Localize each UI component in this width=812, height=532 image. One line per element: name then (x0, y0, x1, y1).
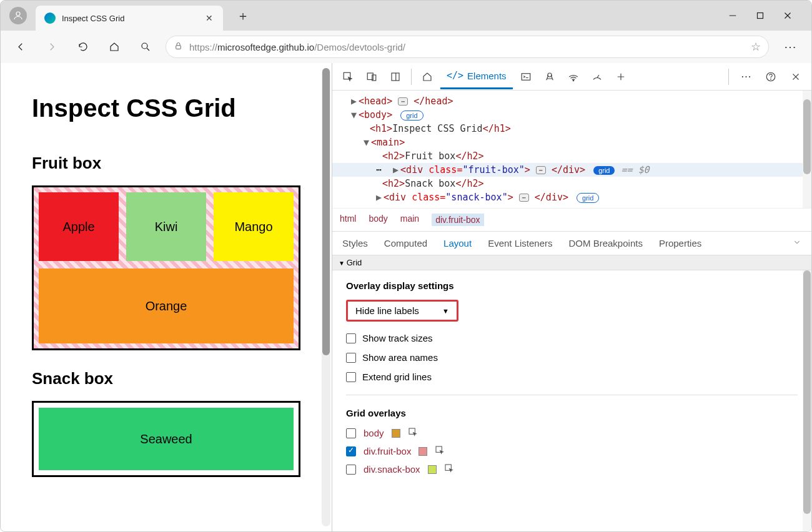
tab-close-icon[interactable]: ✕ (204, 13, 214, 23)
breadcrumb-fruit-box[interactable]: div.fruit-box (432, 214, 483, 226)
overlay-checkbox[interactable] (346, 428, 356, 438)
svg-point-0 (16, 12, 20, 16)
browser-tab[interactable]: Inspect CSS Grid ✕ (36, 6, 223, 31)
dom-scrollbar[interactable] (803, 91, 811, 208)
maximize-button[interactable] (754, 9, 766, 22)
help-icon[interactable] (760, 66, 781, 87)
grid-section-header[interactable]: Grid (332, 255, 811, 270)
overlay-checkbox[interactable] (346, 446, 356, 456)
expand-panel-icon[interactable] (793, 238, 801, 249)
tab-event-listeners[interactable]: Event Listeners (488, 238, 552, 249)
url-protocol: https:// (189, 42, 217, 52)
performance-tab-icon[interactable] (587, 66, 608, 87)
back-button[interactable] (9, 36, 32, 58)
svg-rect-11 (392, 73, 399, 81)
dom-tree[interactable]: ▶<head> ⋯ </head> ▼<body> grid <h1>Inspe… (332, 91, 811, 208)
cell-kiwi: Kiwi (126, 192, 206, 261)
checkbox-extend-lines (346, 372, 356, 382)
reveal-in-elements-icon[interactable] (444, 463, 454, 475)
page-scrollbar[interactable] (322, 68, 330, 526)
cell-apple: Apple (39, 192, 119, 261)
tab-title: Inspect CSS Grid (62, 14, 198, 23)
breadcrumb-html[interactable]: html (340, 214, 356, 226)
network-tab-icon[interactable] (563, 66, 584, 87)
search-button[interactable] (134, 36, 157, 58)
favorite-icon[interactable]: ☆ (751, 40, 761, 54)
window-close-button[interactable] (781, 9, 794, 22)
tab-properties[interactable]: Properties (659, 238, 701, 249)
lock-icon (174, 41, 183, 52)
svg-point-15 (573, 80, 574, 81)
minimize-button[interactable] (726, 9, 739, 22)
home-button[interactable] (103, 36, 126, 58)
svg-point-5 (142, 43, 147, 49)
welcome-tab-icon[interactable] (417, 66, 438, 87)
overlay-row-body[interactable]: body (346, 427, 798, 439)
overlay-selector: body (364, 428, 384, 438)
console-tab-icon[interactable] (515, 66, 537, 87)
new-tab-button[interactable]: ＋ (232, 4, 254, 27)
refresh-button[interactable] (72, 36, 94, 58)
sources-tab-icon[interactable] (539, 66, 560, 87)
overlay-color-swatch[interactable] (428, 465, 437, 474)
layout-panel-body: Overlay display settings Hide line label… (332, 270, 811, 531)
breadcrumb-body[interactable]: body (369, 214, 387, 226)
snack-box-grid: Seaweed (32, 401, 300, 477)
reveal-in-elements-icon[interactable] (435, 445, 445, 457)
overlay-checkbox[interactable] (346, 465, 356, 475)
devtools-tabbar: </>Elements ⋯ (332, 63, 811, 91)
reveal-in-elements-icon[interactable] (408, 427, 418, 439)
inspect-element-icon[interactable] (337, 66, 359, 87)
section-fruit-heading: Fruit box (32, 154, 300, 173)
devtools-close-icon[interactable] (785, 66, 806, 87)
devtools-more-icon[interactable]: ⋯ (735, 66, 756, 87)
window-controls (726, 9, 811, 22)
settings-menu-icon[interactable]: ⋯ (778, 39, 803, 54)
extend-grid-lines-row[interactable]: Extend grid lines (346, 372, 798, 382)
edge-favicon (44, 12, 56, 24)
tab-layout[interactable]: Layout (443, 238, 472, 249)
page-heading: Inspect CSS Grid (32, 94, 300, 122)
breadcrumb-main[interactable]: main (400, 214, 419, 226)
address-bar[interactable]: https://microsoftedge.github.io/Demos/de… (166, 36, 769, 58)
svg-rect-2 (758, 13, 763, 19)
dock-side-icon[interactable] (385, 66, 406, 87)
divider (346, 395, 798, 395)
overlay-settings-title: Overlay display settings (346, 280, 798, 291)
cell-seaweed: Seaweed (39, 408, 294, 470)
content-area: Inspect CSS Grid Fruit box Apple Kiwi Ma… (1, 63, 811, 531)
line-labels-dropdown[interactable]: Hide line labels▼ (346, 300, 458, 322)
layout-scrollbar[interactable] (803, 270, 811, 531)
overlay-selector: div.snack-box (364, 464, 420, 475)
svg-point-20 (771, 79, 771, 79)
svg-line-16 (597, 75, 599, 78)
overlay-color-swatch[interactable] (418, 447, 427, 456)
navigation-toolbar: https://microsoftedge.github.io/Demos/de… (1, 31, 811, 63)
section-snack-heading: Snack box (32, 369, 300, 388)
url-host: microsoftedge.github.io (217, 42, 314, 52)
profile-icon[interactable] (9, 7, 27, 24)
overlay-row-div-fruit-box[interactable]: div.fruit-box (346, 445, 798, 457)
elements-tab[interactable]: </>Elements (440, 64, 513, 89)
tab-computed[interactable]: Computed (384, 238, 427, 249)
dom-breadcrumb: html body main div.fruit-box (332, 208, 811, 232)
devtools-panel: </>Elements ⋯ ▶<head> ⋯ </head> ▼<body> … (332, 63, 811, 531)
tab-dom-breakpoints[interactable]: DOM Breakpoints (569, 238, 643, 249)
svg-point-14 (548, 73, 552, 77)
grid-overlays-title: Grid overlays (346, 408, 798, 418)
checkbox-area-names (346, 353, 356, 363)
styles-panel-tabs: Styles Computed Layout Event Listeners D… (332, 232, 811, 255)
overlay-row-div-snack-box[interactable]: div.snack-box (346, 463, 798, 475)
svg-rect-7 (176, 46, 181, 49)
tab-styles[interactable]: Styles (342, 238, 368, 249)
forward-button[interactable] (41, 36, 63, 58)
more-tabs-icon[interactable] (610, 66, 631, 87)
cell-orange: Orange (39, 268, 294, 343)
overlay-color-swatch[interactable] (392, 429, 400, 438)
selected-dom-node: ⋯ ▶<div class="fruit-box"> ⋯ </div> grid… (332, 163, 811, 177)
device-emulation-icon[interactable] (361, 66, 382, 87)
overlay-selector: div.fruit-box (364, 446, 411, 456)
show-track-sizes-row[interactable]: Show track sizes (346, 333, 798, 343)
url-path: /Demos/devtools-grid/ (314, 42, 405, 52)
show-area-names-row[interactable]: Show area names (346, 352, 798, 363)
